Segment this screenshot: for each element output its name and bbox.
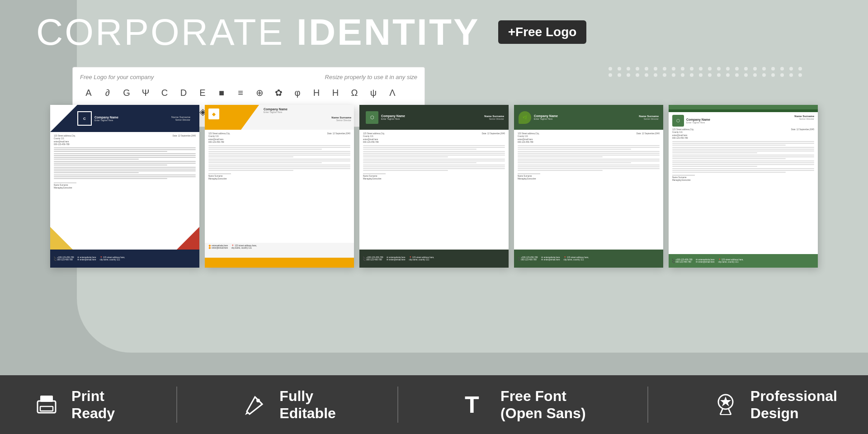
dot	[735, 73, 739, 77]
lh-footer-4: 📞 +000-123-456-789📞 000-123-456-789 ✉ en…	[514, 250, 663, 268]
lh-body-1: 123 Street address,City,County 111enter@…	[50, 132, 199, 193]
dot	[663, 73, 666, 77]
svg-marker-7	[720, 396, 731, 406]
svg-text:T: T	[465, 392, 479, 418]
dot	[744, 73, 748, 77]
dot	[753, 73, 757, 77]
company-name-1: Company Name	[94, 116, 118, 119]
dot	[798, 67, 802, 71]
letterhead-preview-leafgreen[interactable]: 🌿 Company Name Enter Tagline Here Name S…	[514, 105, 663, 268]
logo-icon[interactable]: Η	[327, 84, 344, 101]
dot	[780, 73, 784, 77]
lh-body-2: 123 Street address,City,County 111enter@…	[205, 130, 354, 184]
corner-tl	[50, 105, 77, 132]
letterhead-preview-greenlines[interactable]: ⬡ Company Name Enter Tagline Here Name S…	[669, 105, 818, 268]
dot	[663, 67, 666, 71]
printer-icon	[31, 389, 62, 420]
logo-panel-header: Free Logo for your company Resize proper…	[80, 74, 417, 80]
previews-container: C Company Name Enter Tagline Here Name S…	[36, 105, 832, 268]
logo-icon[interactable]: Ω	[346, 84, 363, 101]
dot	[753, 67, 757, 71]
dot	[645, 73, 648, 77]
logo-panel-right-label: Resize properly to use it in any size	[325, 74, 417, 80]
logo-icon[interactable]: ∂	[99, 84, 116, 101]
logo-icon[interactable]: D	[175, 84, 192, 101]
feature-divider-2	[397, 387, 398, 423]
letterhead-preview-darkgreen[interactable]: ⬡ Company Name Enter Tagline Here Name S…	[359, 105, 509, 268]
orange-accent: ◆	[205, 105, 241, 130]
pencil-icon	[239, 389, 270, 420]
footer-orange-bar	[205, 258, 354, 268]
dot	[627, 67, 630, 71]
svg-line-9	[728, 408, 731, 415]
dot	[672, 67, 675, 71]
dot	[690, 73, 693, 77]
logo-icon[interactable]: ⊕	[251, 84, 268, 101]
letterhead-preview-orange[interactable]: ◆ Company Name Enter Tagline Here Name S…	[205, 105, 354, 268]
dot	[636, 73, 639, 77]
lh-body-3: 123 Street address,City,County 111enter@…	[359, 130, 509, 184]
lh-header-navy: C Company Name Enter Tagline Here Name S…	[50, 105, 199, 132]
dot	[771, 73, 775, 77]
lh-top-info-5: ⬡ Company Name Enter Tagline Here Name S…	[669, 112, 818, 127]
dot	[762, 67, 766, 71]
feature-bar: Print Ready Fully Editable T Free Font	[0, 375, 868, 434]
free-logo-badge: +Free Logo	[498, 20, 587, 44]
dot	[618, 67, 621, 71]
logo-box: C	[77, 111, 92, 126]
letterhead-preview-navy[interactable]: C Company Name Enter Tagline Here Name S…	[50, 105, 199, 268]
header: CORPORATE IDENTITY +Free Logo	[36, 14, 586, 51]
logo-icon[interactable]: G	[118, 84, 135, 101]
logo-icon[interactable]: φ	[289, 84, 306, 101]
dot	[780, 67, 784, 71]
dot	[618, 73, 621, 77]
dot	[636, 67, 639, 71]
svg-line-8	[720, 408, 723, 415]
lh-header-orange: ◆ Company Name Enter Tagline Here Name S…	[205, 105, 354, 130]
logo-icon[interactable]: H	[308, 84, 325, 101]
logo-icon[interactable]: ψ	[365, 84, 382, 101]
svg-point-3	[52, 404, 54, 406]
yellow-triangle	[241, 105, 259, 130]
dot	[789, 67, 793, 71]
lh-header-darkgreen: ⬡ Company Name Enter Tagline Here Name S…	[359, 105, 509, 130]
dot	[735, 67, 739, 71]
feature-divider-3	[647, 387, 648, 423]
font-icon: T	[460, 389, 491, 420]
dot	[708, 67, 712, 71]
dot	[690, 67, 693, 71]
award-icon	[710, 389, 741, 420]
feature-divider-1	[176, 387, 177, 423]
logo-icon[interactable]: C	[156, 84, 173, 101]
dot	[771, 67, 775, 71]
feature-free-font: T Free Font (Open Sans)	[460, 387, 585, 422]
lh-body-5: 123 Street address,City,County 111enter@…	[669, 127, 818, 184]
logo-panel-left-label: Free Logo for your company	[80, 74, 154, 80]
feature-print-text: Print Ready	[71, 387, 115, 422]
logo-icon[interactable]: Λ	[384, 84, 401, 101]
dot	[627, 73, 630, 77]
feature-design-text: Professional Design	[750, 387, 837, 422]
lh-header-leafgreen: 🌿 Company Name Enter Tagline Here Name S…	[514, 105, 663, 130]
logo-icon[interactable]: E	[194, 84, 211, 101]
logo-icon[interactable]: ■	[213, 84, 230, 101]
svg-rect-2	[40, 406, 53, 411]
dot	[699, 67, 703, 71]
lh-body-4: 123 Street address,City,County 111enter@…	[514, 130, 663, 184]
corner-bl	[50, 227, 73, 250]
lh-footer-5: 📞 +000-123-456-789📞 000-123-456-789 ✉ en…	[669, 254, 818, 268]
logo-icon[interactable]: ≡	[232, 84, 249, 101]
dot	[717, 67, 721, 71]
dot	[654, 73, 657, 77]
dot-pattern: // Will be rendered after body loads	[609, 67, 805, 77]
dot	[654, 67, 657, 71]
logo-icon[interactable]: ✿	[270, 84, 287, 101]
dot	[708, 73, 712, 77]
dot	[798, 73, 802, 77]
lh-header-greenlines	[669, 105, 818, 109]
logo-icon[interactable]: Ψ	[137, 84, 154, 101]
svg-rect-1	[40, 396, 53, 402]
dot	[744, 67, 748, 71]
logo-icon[interactable]: A	[80, 84, 97, 101]
lh-footer-3: 📞 +000-123-456-789📞 000-123-456-789 ✉ en…	[359, 250, 509, 268]
